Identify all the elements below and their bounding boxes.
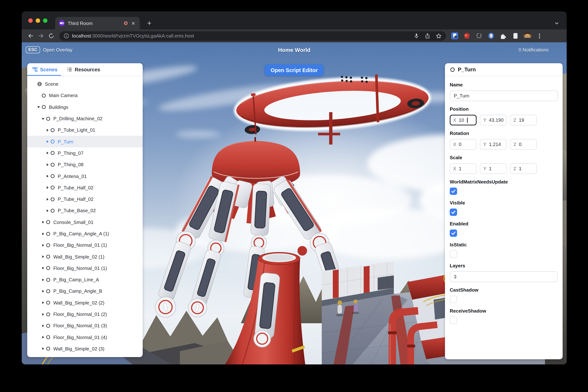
caret-right-icon[interactable] bbox=[46, 197, 50, 201]
recycle-extension-icon[interactable] bbox=[475, 32, 483, 40]
caret-right-icon[interactable] bbox=[41, 347, 46, 351]
caret-right-icon[interactable] bbox=[41, 266, 46, 270]
side-panel-icon[interactable] bbox=[511, 32, 519, 40]
caret-down-icon[interactable] bbox=[41, 117, 46, 120]
caret-right-icon[interactable] bbox=[46, 186, 50, 190]
tab-favicon-icon bbox=[59, 20, 65, 26]
rotation-y-input[interactable]: Y1.214 bbox=[480, 139, 507, 150]
minimize-window-button[interactable] bbox=[36, 18, 40, 23]
position-x-input[interactable]: X10 bbox=[450, 115, 476, 126]
rotation-x-input[interactable]: X0 bbox=[450, 139, 476, 150]
notifications-counter[interactable]: 0 Notifications bbox=[519, 47, 549, 52]
tree-node-p-turn[interactable]: P_Turn bbox=[27, 136, 143, 148]
browser-menu-button[interactable] bbox=[536, 32, 544, 40]
axis-value: 19 bbox=[519, 117, 524, 123]
address-bar[interactable]: localhost:3000/world/!vjrzmTVOcyIsLgaAkA… bbox=[59, 31, 446, 41]
tree-node-buildings[interactable]: Buildings bbox=[27, 101, 143, 113]
tree-node-floor-big-normal-01-1-[interactable]: Floor_Big_Normal_01 (1) bbox=[27, 240, 143, 251]
browser-tab[interactable]: Third Room bbox=[55, 17, 140, 30]
zoom-window-button[interactable] bbox=[43, 18, 48, 23]
back-button[interactable] bbox=[25, 31, 36, 41]
tree-node-wall-big-simple-02-2-[interactable]: Wall_Big_Simple_02 (2) bbox=[27, 297, 143, 308]
rotation-z-input[interactable]: Z0 bbox=[510, 139, 537, 150]
tree-node-main-camera[interactable]: Main Camera bbox=[27, 90, 143, 102]
checkbox-receiveshadow[interactable] bbox=[450, 316, 457, 324]
caret-right-icon[interactable] bbox=[46, 140, 50, 144]
forward-button[interactable] bbox=[36, 31, 46, 41]
tab-search-button[interactable] bbox=[553, 19, 561, 27]
caret-right-icon[interactable] bbox=[41, 312, 46, 316]
tab-resources[interactable]: Resources bbox=[67, 63, 100, 76]
caret-right-icon[interactable] bbox=[41, 220, 46, 224]
tree-node-wall-big-simple-02-1-[interactable]: Wall_Big_Simple_02 (1) bbox=[27, 251, 143, 262]
checkbox-enabled[interactable] bbox=[450, 230, 457, 237]
tree-node-floor-big-normal-01-2-[interactable]: Floor_Big_Normal_01 (2) bbox=[27, 308, 143, 320]
field-input-name[interactable] bbox=[450, 90, 558, 101]
tree-node-p-big-camp-line-a[interactable]: P_Big_Camp_Line_A bbox=[27, 274, 143, 286]
checkbox-worldmatrixneedsupdate[interactable] bbox=[450, 188, 457, 195]
tree-node-scene[interactable]: Scene bbox=[27, 78, 143, 90]
caret-right-icon[interactable] bbox=[46, 151, 50, 155]
axis-letter: Z bbox=[513, 142, 516, 147]
tree-node-p-tube-half-02[interactable]: P_Tube_Half_02 bbox=[27, 194, 143, 205]
tree-node-p-thing-07[interactable]: P_Thing_07 bbox=[27, 148, 143, 159]
scale-x-input[interactable]: X1 bbox=[450, 163, 476, 174]
field-input-layers[interactable] bbox=[450, 272, 558, 282]
tree-node-floor-big-normal-01-4-[interactable]: Floor_Big_Normal_01 (4) bbox=[27, 332, 143, 343]
caret-right-icon[interactable] bbox=[46, 128, 50, 132]
caret-right-icon[interactable] bbox=[46, 163, 50, 166]
checkbox-visible[interactable] bbox=[450, 208, 457, 216]
profile-avatar[interactable] bbox=[523, 32, 531, 40]
position-z-input[interactable]: Z19 bbox=[510, 115, 537, 126]
caret-right-icon[interactable] bbox=[41, 335, 46, 339]
tree-node-p-tube-half-02[interactable]: P_Tube_Half_02 bbox=[27, 182, 143, 194]
axis-letter: Z bbox=[513, 117, 516, 123]
axis-value: 0 bbox=[459, 142, 461, 147]
caret-right-icon[interactable] bbox=[46, 174, 50, 178]
tree-node-p-thing-08[interactable]: P_Thing_08 bbox=[27, 159, 143, 170]
caret-right-icon[interactable] bbox=[41, 244, 46, 247]
reload-button[interactable] bbox=[46, 31, 56, 41]
caret-right-icon[interactable] bbox=[41, 290, 46, 293]
caret-right-icon[interactable] bbox=[41, 278, 46, 282]
field-label-enabled: Enabled bbox=[450, 221, 558, 227]
new-tab-button[interactable] bbox=[145, 19, 153, 27]
checkbox-castshadow[interactable] bbox=[450, 296, 457, 303]
circle-icon bbox=[42, 105, 46, 109]
tree-node-floor-big-normal-01-1-[interactable]: Floor_Big_Normal_01 (1) bbox=[27, 262, 143, 274]
red-extension-icon[interactable] bbox=[462, 32, 471, 40]
share-icon[interactable] bbox=[425, 33, 430, 38]
bookmark-star-icon[interactable] bbox=[436, 33, 442, 39]
scale-y-input[interactable]: Y1 bbox=[480, 163, 507, 174]
checkbox-isstatic[interactable] bbox=[450, 250, 457, 258]
position-y-input[interactable]: Y43.190 bbox=[480, 115, 507, 126]
caret-right-icon[interactable] bbox=[41, 324, 46, 328]
tree-node-p-drilling-machine-02[interactable]: P_Drilling_Machine_02 bbox=[27, 113, 143, 124]
tree-node-p-tube-base-02[interactable]: P_Tube_Base_02 bbox=[27, 205, 143, 216]
tree-node-p-big-camp-angle-b[interactable]: P_Big_Camp_Angle_B bbox=[27, 286, 143, 297]
tab-close-icon[interactable] bbox=[130, 20, 136, 26]
tree-node-wall-big-simple-02-3-[interactable]: Wall_Big_Simple_02 (3) bbox=[27, 343, 143, 355]
tree-node-p-antena-01[interactable]: P_Antena_01 bbox=[27, 170, 143, 182]
open-script-editor-button[interactable]: Open Script Editor bbox=[265, 64, 324, 76]
tree-node-console-small-01[interactable]: Console_Small_01 bbox=[27, 216, 143, 228]
microphone-icon[interactable] bbox=[414, 33, 419, 38]
tree-node-floor-big-normal-01-3-[interactable]: Floor_Big_Normal_01 (3) bbox=[27, 320, 143, 332]
close-window-button[interactable] bbox=[28, 18, 33, 23]
caret-down-icon[interactable] bbox=[37, 105, 42, 109]
caret-right-icon[interactable] bbox=[41, 301, 46, 305]
tree-node-p-big-camp-angle-a-1-[interactable]: P_Big_Camp_Angle_A (1) bbox=[27, 228, 143, 240]
tree-node-p-tube-light-01[interactable]: P_Tube_Light_01 bbox=[27, 124, 143, 136]
tab-label: Resources bbox=[75, 67, 100, 72]
tab-scenes[interactable]: Scenes bbox=[32, 63, 58, 76]
caret-right-icon[interactable] bbox=[41, 232, 46, 236]
circle-icon bbox=[50, 197, 55, 201]
password-manager-extension-icon[interactable] bbox=[450, 32, 458, 40]
night-mode-extension-icon[interactable] bbox=[487, 32, 495, 40]
extensions-puzzle-icon[interactable] bbox=[499, 32, 507, 40]
circle-icon bbox=[50, 174, 55, 178]
caret-right-icon[interactable] bbox=[41, 255, 46, 258]
circle-icon bbox=[50, 139, 55, 144]
scale-z-input[interactable]: Z1 bbox=[510, 163, 537, 174]
caret-right-icon[interactable] bbox=[46, 209, 50, 212]
